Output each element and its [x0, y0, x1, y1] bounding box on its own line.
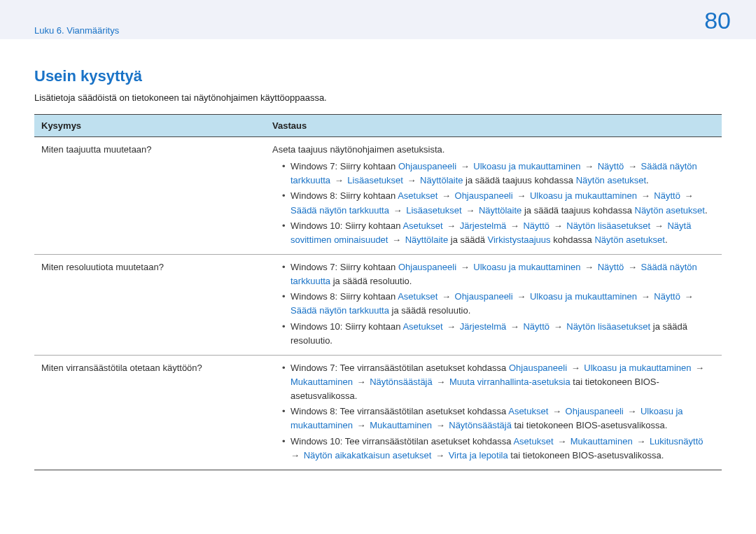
nav-path-segment[interactable]: Virkistystaajuus	[488, 234, 551, 245]
nav-path-segment[interactable]: Muuta virranhallinta-asetuksia	[449, 377, 570, 387]
arrow-icon: →	[403, 175, 420, 185]
nav-path-segment[interactable]: Näytönsäästäjä	[370, 377, 433, 387]
arrow-icon: →	[433, 377, 449, 387]
arrow-icon: →	[637, 291, 654, 302]
nav-path-segment[interactable]: Näytön asetukset	[635, 205, 705, 216]
arrow-icon: →	[624, 262, 640, 272]
question-cell: Miten virransäästötila otetaan käyttöön?	[34, 355, 265, 470]
nav-path-segment[interactable]: Näyttölaite	[405, 234, 448, 245]
arrow-icon: →	[456, 262, 473, 272]
nav-path-segment[interactable]: Ulkoasu ja mukauttaminen	[584, 363, 691, 373]
arrow-icon: →	[432, 420, 449, 430]
nav-path-segment[interactable]: Ulkoasu ja mukauttaminen	[530, 291, 637, 302]
nav-path-segment[interactable]: Asetukset	[402, 220, 442, 231]
nav-path-segment[interactable]: Ohjauspaneeli	[455, 291, 513, 302]
arrow-icon: →	[353, 420, 370, 430]
arrow-icon: →	[554, 436, 570, 447]
header-bar: Luku 6. Vianmääritys 80	[0, 0, 756, 39]
nav-path-segment[interactable]: Näyttölaite	[420, 175, 463, 185]
nav-path-segment[interactable]: Asetukset	[513, 436, 553, 447]
list-item: Windows 10: Tee virransäästötilan asetuk…	[282, 435, 715, 463]
arrow-icon: →	[548, 406, 565, 416]
nav-path-segment[interactable]: Asetukset	[402, 321, 442, 332]
nav-path-segment[interactable]: Järjestelmä	[460, 220, 506, 231]
nav-path-segment[interactable]: Lisäasetukset	[347, 175, 403, 185]
arrow-icon: →	[680, 190, 695, 201]
arrow-icon: →	[637, 190, 654, 201]
arrow-icon: →	[456, 161, 473, 171]
answer-cell: Aseta taajuus näytönohjaimen asetuksista…	[265, 137, 722, 255]
arrow-icon: →	[506, 321, 523, 332]
nav-path-segment[interactable]: Ohjauspaneeli	[509, 363, 567, 373]
nav-path-segment[interactable]: Näyttö	[523, 321, 550, 332]
col-header-question: Kysymys	[34, 115, 265, 137]
nav-path-segment[interactable]: Virta ja lepotila	[449, 450, 508, 461]
answer-bullets: Windows 7: Tee virransäästötilan asetuks…	[272, 361, 715, 463]
answer-bullets: Windows 7: Siirry kohtaan Ohjauspaneeli …	[272, 260, 715, 348]
list-item: Windows 8: Siirry kohtaan Asetukset → Oh…	[282, 290, 715, 318]
page-title: Usein kysyttyä	[34, 67, 722, 85]
faq-table: Kysymys Vastaus Miten taajuutta muutetaa…	[34, 114, 722, 470]
arrow-icon: →	[650, 220, 667, 231]
question-cell: Miten taajuutta muutetaan?	[34, 137, 265, 255]
arrow-icon: →	[680, 291, 695, 302]
table-row: Miten resoluutiota muutetaan?Windows 7: …	[34, 254, 722, 355]
list-item: Windows 7: Siirry kohtaan Ohjauspaneeli …	[282, 160, 715, 188]
nav-path-segment[interactable]: Lisäasetukset	[406, 205, 462, 216]
arrow-icon: →	[438, 291, 454, 302]
nav-path-segment[interactable]: Näyttö	[654, 291, 680, 302]
answer-bullets: Windows 7: Siirry kohtaan Ohjauspaneeli …	[272, 160, 715, 247]
list-item: Windows 10: Siirry kohtaan Asetukset → J…	[282, 320, 715, 348]
table-row: Miten taajuutta muutetaan?Aseta taajuus …	[34, 137, 722, 255]
nav-path-segment[interactable]: Asetukset	[398, 291, 438, 302]
list-item: Windows 8: Tee virransäästötilan asetuks…	[282, 405, 715, 433]
nav-path-segment[interactable]: Asetukset	[398, 190, 438, 201]
answer-lead: Aseta taajuus näytönohjaimen asetuksista…	[272, 143, 715, 157]
nav-path-segment[interactable]: Näyttö	[598, 262, 624, 272]
nav-path-segment[interactable]: Näytön aikakatkaisun asetukset	[304, 450, 432, 461]
answer-cell: Windows 7: Tee virransäästötilan asetuks…	[265, 355, 722, 470]
nav-path-segment[interactable]: Säädä näytön tarkkuutta	[290, 305, 389, 316]
nav-path-segment[interactable]: Ohjauspaneeli	[455, 190, 513, 201]
arrow-icon: →	[550, 220, 566, 231]
list-item: Windows 7: Tee virransäästötilan asetuks…	[282, 361, 715, 403]
arrow-icon: →	[443, 321, 460, 332]
intro-text: Lisätietoja säädöistä on tietokoneen tai…	[34, 92, 722, 103]
nav-path-segment[interactable]: Säädä näytön tarkkuutta	[290, 205, 389, 216]
col-header-answer: Vastaus	[265, 115, 722, 137]
nav-path-segment[interactable]: Ohjauspaneeli	[398, 262, 456, 272]
nav-path-segment[interactable]: Ulkoasu ja mukauttaminen	[530, 190, 637, 201]
nav-path-segment[interactable]: Ulkoasu ja mukauttaminen	[473, 262, 580, 272]
nav-path-segment[interactable]: Mukauttaminen	[370, 420, 432, 430]
nav-path-segment[interactable]: Mukauttaminen	[290, 377, 353, 387]
arrow-icon: →	[506, 220, 523, 231]
nav-path-segment[interactable]: Näyttö	[523, 220, 550, 231]
nav-path-segment[interactable]: Mukauttaminen	[570, 436, 633, 447]
table-row: Miten virransäästötila otetaan käyttöön?…	[34, 355, 722, 470]
arrow-icon: →	[580, 161, 597, 171]
nav-path-segment[interactable]: Näytön lisäasetukset	[566, 220, 650, 231]
nav-path-segment[interactable]: Näyttö	[598, 161, 624, 171]
arrow-icon: →	[633, 436, 650, 447]
nav-path-segment[interactable]: Ohjauspaneeli	[566, 406, 624, 416]
answer-cell: Windows 7: Siirry kohtaan Ohjauspaneeli …	[265, 254, 722, 355]
nav-path-segment[interactable]: Näytön lisäasetukset	[566, 321, 650, 332]
page-number: 80	[704, 7, 731, 34]
nav-path-segment[interactable]: Ohjauspaneeli	[398, 161, 456, 171]
list-item: Windows 10: Siirry kohtaan Asetukset → J…	[282, 219, 715, 247]
nav-path-segment[interactable]: Näytön asetukset	[576, 175, 646, 185]
nav-path-segment[interactable]: Näyttö	[654, 190, 680, 201]
nav-path-segment[interactable]: Näytön asetukset	[594, 234, 664, 245]
arrow-icon: →	[388, 234, 405, 245]
nav-path-segment[interactable]: Järjestelmä	[460, 321, 506, 332]
arrow-icon: →	[567, 363, 584, 373]
breadcrumb[interactable]: Luku 6. Vianmääritys	[34, 25, 119, 36]
arrow-icon: →	[692, 363, 706, 373]
nav-path-segment[interactable]: Asetukset	[508, 406, 548, 416]
nav-path-segment[interactable]: Näytönsäästäjä	[449, 420, 512, 430]
nav-path-segment[interactable]: Näyttölaite	[479, 205, 522, 216]
arrow-icon: →	[438, 190, 454, 201]
nav-path-segment[interactable]: Lukitusnäyttö	[650, 436, 704, 447]
nav-path-segment[interactable]: Ulkoasu ja mukauttaminen	[473, 161, 580, 171]
arrow-icon: →	[624, 406, 640, 416]
